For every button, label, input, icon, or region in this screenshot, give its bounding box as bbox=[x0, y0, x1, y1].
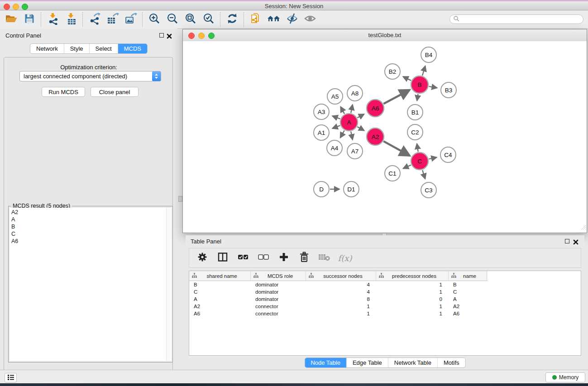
node-A3[interactable]: A3 bbox=[314, 104, 329, 119]
column-header-shared-name[interactable]: shared name bbox=[189, 271, 251, 281]
houses-button[interactable] bbox=[267, 12, 281, 27]
tab-motifs[interactable]: Motifs bbox=[437, 358, 465, 367]
table-cell[interactable]: 4 bbox=[306, 288, 376, 295]
edge-C-C1[interactable] bbox=[403, 165, 411, 169]
delete-table-button[interactable] bbox=[318, 251, 331, 265]
optimization-criterion-select[interactable]: largest connected component (directed) bbox=[19, 71, 161, 81]
edge-A-A7[interactable] bbox=[351, 132, 353, 140]
table-cell[interactable]: 1 bbox=[306, 310, 376, 317]
table-cell[interactable]: B bbox=[189, 281, 251, 288]
edge-B-B3[interactable] bbox=[429, 86, 437, 88]
tab-network-table[interactable]: Network Table bbox=[388, 358, 437, 367]
node-A5[interactable]: A5 bbox=[327, 89, 343, 104]
mcds-result-item[interactable]: A bbox=[11, 216, 166, 223]
edge-B-B1[interactable] bbox=[417, 94, 418, 101]
column-header-MCDS-role[interactable]: MCDS role bbox=[251, 271, 306, 281]
tab-network[interactable]: Network bbox=[30, 44, 64, 53]
tab-edge-table[interactable]: Edge Table bbox=[346, 358, 388, 367]
resize-grip[interactable] bbox=[580, 224, 586, 232]
import-table-button[interactable] bbox=[64, 12, 78, 27]
tab-select[interactable]: Select bbox=[89, 44, 118, 53]
table-cell[interactable]: 1 bbox=[306, 303, 376, 310]
table-cell[interactable]: 1 bbox=[376, 303, 449, 310]
edge-B-B2[interactable] bbox=[403, 76, 411, 81]
edge-A6-B[interactable] bbox=[384, 90, 410, 104]
node-A2[interactable]: A2 bbox=[367, 128, 384, 145]
memory-button[interactable]: Memory bbox=[545, 372, 585, 382]
node-C3[interactable]: C3 bbox=[421, 182, 436, 198]
table-cell[interactable]: connector bbox=[251, 303, 306, 310]
mcds-result-item[interactable]: A6 bbox=[11, 238, 166, 245]
edge-A-A5[interactable] bbox=[340, 107, 344, 114]
table-cell[interactable]: C bbox=[189, 288, 251, 295]
table-row[interactable]: A2connector11A2 bbox=[189, 303, 581, 310]
table-cell[interactable]: B bbox=[449, 281, 487, 288]
table-cell[interactable]: 1 bbox=[376, 310, 449, 317]
edge-A-A1[interactable] bbox=[332, 125, 340, 128]
network-canvas[interactable]: B4B2BB3A8A5A6A3B1AC2A1A2A4A7C4CC1C3DD1 bbox=[183, 41, 587, 233]
node-B2[interactable]: B2 bbox=[385, 64, 400, 79]
table-cell[interactable]: A6 bbox=[449, 310, 487, 317]
mcds-result-item[interactable]: B bbox=[11, 223, 166, 230]
node-B3[interactable]: B3 bbox=[441, 82, 456, 98]
node-A[interactable]: A bbox=[340, 114, 358, 131]
edge-C-C2[interactable] bbox=[417, 144, 418, 152]
table-cell[interactable]: 8 bbox=[306, 295, 376, 303]
node-A7[interactable]: A7 bbox=[347, 143, 363, 159]
hide-annotations-button[interactable] bbox=[285, 12, 299, 27]
edge-A-A2[interactable] bbox=[357, 127, 364, 130]
float-panel-icon[interactable] bbox=[159, 33, 164, 38]
close-panel-button[interactable]: Close panel bbox=[91, 87, 139, 97]
tab-style[interactable]: Style bbox=[64, 44, 89, 53]
node-D1[interactable]: D1 bbox=[344, 181, 359, 197]
node-C[interactable]: C bbox=[411, 152, 428, 170]
table-cell[interactable]: dominator bbox=[251, 281, 306, 288]
new-network-button[interactable] bbox=[249, 12, 263, 27]
edge-C-C3[interactable] bbox=[422, 170, 425, 179]
edge-C-C4[interactable] bbox=[429, 157, 436, 159]
task-history-button[interactable] bbox=[5, 373, 17, 382]
table-cell[interactable]: A6 bbox=[189, 310, 251, 317]
mcds-result-item[interactable]: A2 bbox=[11, 209, 166, 216]
mcds-result-list[interactable]: A2ABCA6 bbox=[10, 208, 167, 361]
show-eye-button[interactable] bbox=[303, 12, 317, 27]
tab-node-table[interactable]: Node Table bbox=[305, 358, 346, 367]
table-row[interactable]: Adominator80A bbox=[189, 295, 581, 303]
export-table-button[interactable] bbox=[105, 12, 120, 27]
run-mcds-button[interactable]: Run MCDS bbox=[42, 87, 85, 97]
zoom-out-button[interactable] bbox=[165, 12, 180, 27]
mcds-list-scrollbar[interactable] bbox=[166, 208, 172, 361]
table-row[interactable]: Cdominator41C bbox=[189, 288, 581, 295]
refresh-button[interactable] bbox=[225, 12, 239, 27]
table-cell[interactable]: connector bbox=[251, 310, 306, 317]
export-network-button[interactable] bbox=[87, 12, 102, 27]
node-B[interactable]: B bbox=[411, 76, 428, 93]
edge-B-B4[interactable] bbox=[422, 66, 425, 76]
node-B1[interactable]: B1 bbox=[407, 105, 423, 120]
node-A1[interactable]: A1 bbox=[314, 125, 329, 140]
node-B4[interactable]: B4 bbox=[421, 47, 436, 62]
zoom-fit-button[interactable] bbox=[183, 12, 198, 27]
vertical-splitter-handle[interactable] bbox=[178, 196, 182, 202]
tab-mcds[interactable]: MCDS bbox=[118, 44, 147, 53]
node-C2[interactable]: C2 bbox=[407, 124, 423, 140]
table-cell[interactable]: 0 bbox=[376, 295, 449, 303]
column-header-predecessor-nodes[interactable]: predecessor nodes bbox=[376, 271, 449, 281]
table-cell[interactable]: dominator bbox=[251, 288, 306, 295]
edge-A-A4[interactable] bbox=[340, 130, 344, 138]
zoom-in-button[interactable] bbox=[147, 12, 162, 27]
edge-A-A3[interactable] bbox=[332, 116, 340, 119]
node-C1[interactable]: C1 bbox=[385, 166, 400, 181]
table-cell[interactable]: 4 bbox=[306, 281, 376, 288]
add-column-button[interactable] bbox=[277, 251, 291, 265]
column-header-name[interactable]: name bbox=[449, 271, 487, 281]
edge-A-A8[interactable] bbox=[351, 105, 353, 113]
table-cell[interactable]: dominator bbox=[251, 295, 306, 303]
node-D[interactable]: D bbox=[314, 181, 329, 197]
node-A4[interactable]: A4 bbox=[327, 140, 342, 156]
edge-A2-C[interactable] bbox=[383, 141, 410, 156]
edge-A-A6[interactable] bbox=[358, 114, 364, 118]
float-table-panel-icon[interactable] bbox=[565, 239, 569, 243]
network-graph[interactable]: B4B2BB3A8A5A6A3B1AC2A1A2A4A7C4CC1C3DD1 bbox=[183, 41, 587, 233]
deselect-all-button[interactable] bbox=[257, 251, 270, 265]
